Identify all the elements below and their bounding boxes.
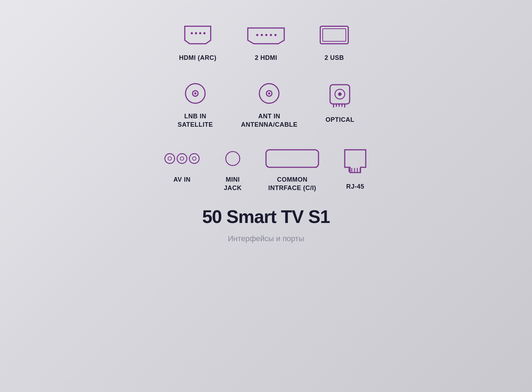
hdmi-arc-label: HDMI (ARC): [179, 54, 217, 62]
port-mini-jack: MINIJACK: [222, 146, 243, 192]
hdmi-icon: [245, 21, 287, 49]
optical-label: OPTICAL: [326, 116, 355, 124]
svg-point-25: [165, 154, 175, 163]
svg-point-4: [256, 34, 258, 36]
port-common-interface: COMMONINTRFACE (C/I): [264, 146, 320, 192]
svg-point-8: [274, 34, 276, 36]
lnb-icon: [181, 79, 209, 107]
svg-point-2: [199, 32, 201, 34]
svg-point-3: [203, 32, 205, 34]
svg-rect-10: [323, 29, 346, 41]
usb-icon: [315, 21, 354, 49]
product-title: 50 Smart TV S1: [202, 206, 330, 227]
svg-point-7: [270, 34, 272, 36]
lnb-label: LNB INSATELLITE: [177, 112, 213, 129]
common-interface-icon: [264, 146, 320, 171]
ports-row-3: AV IN MINIJACK COMMONI: [163, 146, 369, 192]
common-interface-label: COMMONINTRFACE (C/I): [268, 176, 316, 192]
ports-wrapper: HDMI (ARC) 2 HDMI: [163, 21, 369, 192]
port-ant: ANT INANTENNA/CABLE: [241, 79, 298, 129]
svg-point-29: [189, 154, 199, 163]
svg-point-13: [194, 92, 196, 94]
svg-point-1: [195, 32, 197, 34]
bottom-section: 50 Smart TV S1 Интерфейсы и порты: [202, 206, 330, 243]
av-in-icon: [163, 146, 201, 171]
optical-icon: [326, 79, 354, 111]
svg-point-19: [338, 92, 342, 96]
svg-rect-32: [266, 150, 318, 167]
svg-point-0: [191, 32, 193, 34]
port-usb: 2 USB: [315, 21, 354, 62]
mini-jack-icon: [222, 146, 243, 171]
usb-label: 2 USB: [324, 54, 344, 62]
port-2hdmi: 2 HDMI: [245, 21, 287, 62]
svg-point-27: [177, 154, 187, 163]
mini-jack-label: MINIJACK: [224, 176, 241, 192]
port-optical: OPTICAL: [326, 79, 355, 124]
port-av-in: AV IN: [163, 146, 201, 184]
rj45-icon: [341, 146, 369, 178]
ports-row-2: LNB INSATELLITE ANT INANTENNA/CABLE: [177, 79, 354, 129]
hdmi-arc-icon: [178, 21, 217, 49]
svg-point-16: [268, 92, 270, 94]
svg-point-30: [192, 157, 196, 160]
svg-point-31: [226, 152, 240, 166]
svg-point-28: [180, 157, 184, 160]
av-in-label: AV IN: [173, 176, 190, 184]
ports-row-1: HDMI (ARC) 2 HDMI: [178, 21, 354, 62]
product-subtitle: Интерфейсы и порты: [228, 234, 304, 243]
rj45-label: RJ-45: [346, 183, 364, 191]
hdmi-label: 2 HDMI: [255, 54, 277, 62]
svg-point-26: [168, 157, 172, 160]
ant-label: ANT INANTENNA/CABLE: [241, 112, 298, 129]
svg-point-6: [265, 34, 267, 36]
main-container: HDMI (ARC) 2 HDMI: [0, 0, 532, 243]
svg-point-5: [261, 34, 263, 36]
ant-icon: [255, 79, 283, 107]
port-hdmi-arc: HDMI (ARC): [178, 21, 217, 62]
port-lnb: LNB INSATELLITE: [177, 79, 213, 129]
port-rj45: RJ-45: [341, 146, 369, 191]
